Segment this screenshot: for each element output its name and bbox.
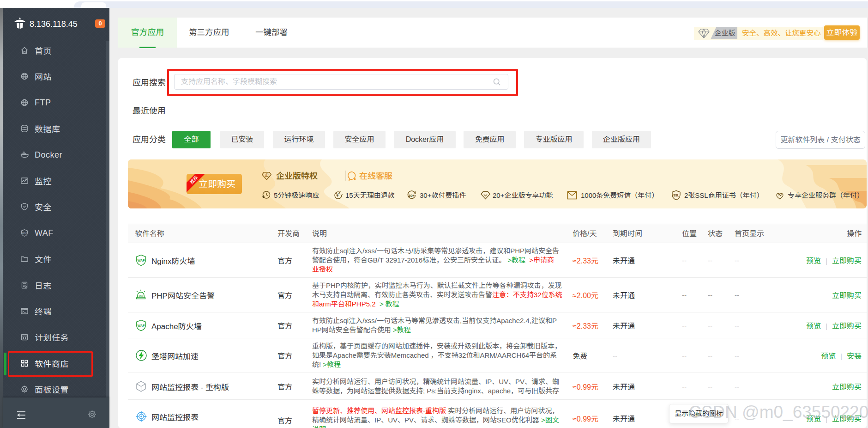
svg-text:WAF: WAF [22,232,27,234]
svg-text:30+: 30+ [409,194,415,198]
svg-text:WAF: WAF [138,324,145,327]
svg-text:php: php [139,294,143,297]
svg-text:企: 企 [265,171,269,177]
svg-text:¥: ¥ [336,193,339,198]
svg-text:WAF: WAF [138,259,145,262]
svg-text:SSL: SSL [673,194,679,197]
